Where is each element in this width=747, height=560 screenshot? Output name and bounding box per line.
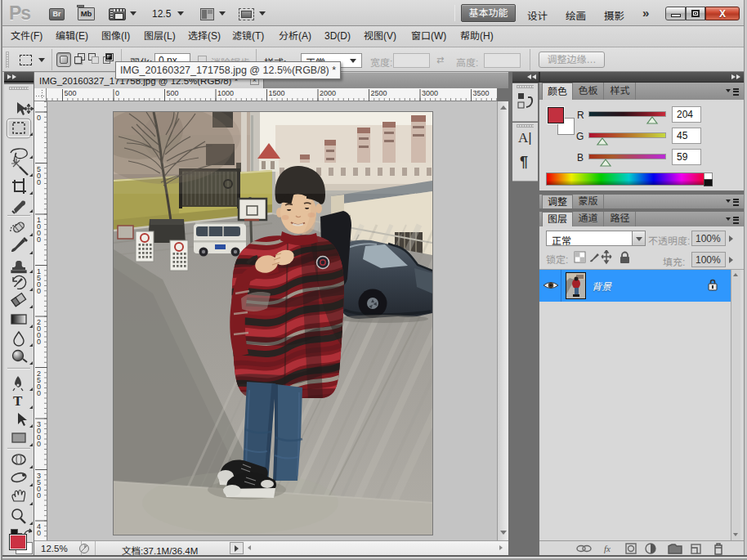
svg-text:0: 0: [115, 89, 119, 97]
svg-text:2500: 2500: [371, 89, 387, 97]
svg-text:T: T: [13, 393, 23, 409]
svg-text:fx: fx: [604, 544, 611, 553]
svg-text:3000: 3000: [422, 89, 438, 97]
svg-text:0: 0: [37, 287, 41, 295]
svg-text:500: 500: [65, 89, 77, 97]
svg-text:0: 0: [37, 529, 41, 537]
svg-text:3500: 3500: [473, 89, 490, 97]
svg-text:0: 0: [37, 491, 41, 500]
svg-text:1500: 1500: [269, 89, 285, 97]
svg-text:2000: 2000: [320, 89, 336, 97]
svg-text:1000: 1000: [217, 89, 234, 97]
svg-text:500: 500: [167, 89, 179, 97]
svg-text:0: 0: [37, 389, 41, 397]
svg-text:0: 0: [37, 114, 41, 122]
svg-text:0: 0: [37, 235, 41, 244]
svg-text:0: 0: [37, 440, 41, 448]
svg-text:0: 0: [37, 178, 41, 186]
svg-text:0: 0: [37, 338, 41, 346]
